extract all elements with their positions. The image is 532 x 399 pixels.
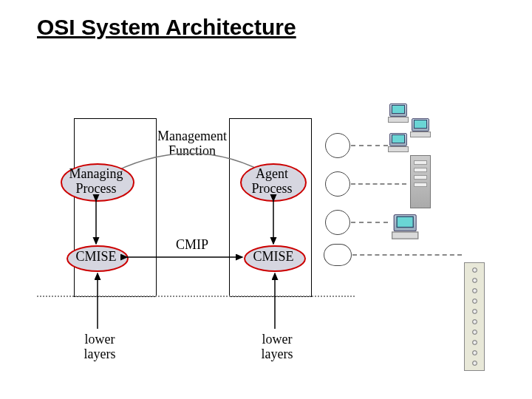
- computer-icon: [388, 103, 409, 123]
- dash-3: [351, 222, 388, 223]
- dash-4: [352, 254, 462, 256]
- device-chip-icon: [464, 262, 485, 371]
- node-circle-1: [325, 133, 350, 158]
- server-tower-icon: [410, 155, 431, 208]
- computer-icon: [410, 118, 431, 137]
- node-circle-4: [324, 244, 352, 266]
- node-circle-3: [325, 210, 350, 235]
- node-circle-2: [325, 171, 350, 197]
- arrows: [0, 0, 532, 399]
- dash-2: [351, 183, 406, 185]
- computer-icon: [388, 133, 409, 152]
- dash-1: [351, 145, 388, 146]
- computer-icon: [392, 214, 418, 239]
